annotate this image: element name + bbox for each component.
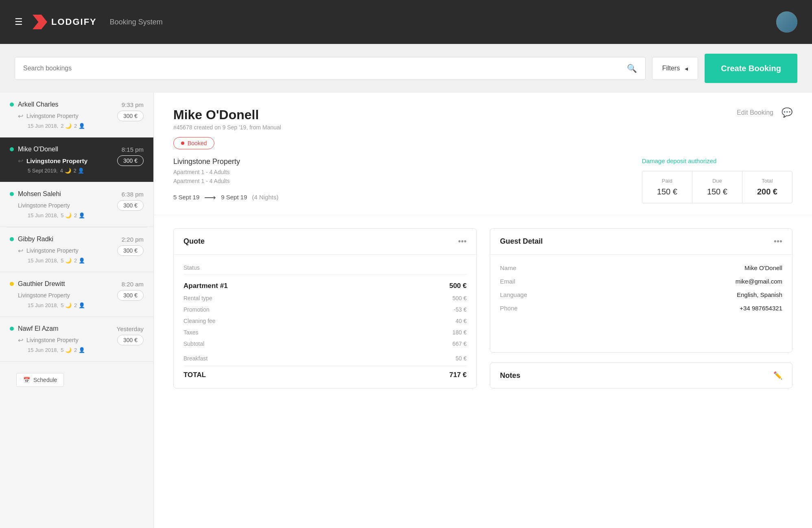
schedule-button[interactable]: 📅 Schedule <box>16 373 64 387</box>
payment-table: Paid 150 € Due 150 € Total 200 € <box>642 171 792 203</box>
status-badge-dot <box>181 142 184 145</box>
quote-subtotal-label: Subtotal <box>183 340 204 347</box>
schedule-icon: 📅 <box>23 377 30 383</box>
guest-more-icon[interactable]: ••• <box>774 237 782 246</box>
property-apt1: Apartment 1 - 4 Adults <box>173 168 278 177</box>
quote-total-row: TOTAL 717 € <box>183 366 467 382</box>
booking-item[interactable]: Nawf El Azam Yesterday ↩ Livingstone Pro… <box>0 317 153 362</box>
booking-time: Yesterday <box>117 325 144 332</box>
create-booking-button[interactable]: Create Booking <box>705 54 797 83</box>
logo: LODGIFY <box>33 15 97 29</box>
booking-details-row: ↩ Livingstone Property 300 € <box>10 155 144 166</box>
amount-badge: 300 € <box>117 200 144 211</box>
booking-time: 9:33 pm <box>122 101 144 108</box>
booking-meta-row: 5 Sept 2019, 4 🌙 2 👤 <box>10 168 144 174</box>
dates-section: 5 Sept 19 ⟶ 9 Sept 19 (4 Nights) <box>173 192 278 202</box>
quote-taxes-row: Taxes 180 € <box>183 327 467 338</box>
due-amount: 150 € <box>707 187 727 196</box>
arrow-icon: ⟶ <box>204 192 216 202</box>
quote-subtotal-row: Subtotal 667 € <box>183 338 467 349</box>
booking-item[interactable]: Gibby Radki 2:20 pm ↩ Livingstone Proper… <box>0 227 153 272</box>
property-name: Livingstone Property <box>18 292 70 299</box>
email-value: mike@gmail.com <box>736 278 782 285</box>
guest-email-row: Email mike@gmail.com <box>500 275 782 288</box>
guest-detail-card: Guest Detail ••• Name Mike O'Donell Emai… <box>490 228 792 353</box>
guest-name: Arkell Charles <box>18 101 59 108</box>
booking-time: 8:20 am <box>122 281 144 288</box>
booking-guests: 2 👤 <box>74 168 85 174</box>
search-box: 🔍 <box>15 57 646 80</box>
booking-list: Arkell Charles 9:33 pm ↩ Livingstone Pro… <box>0 93 154 528</box>
property-details: Livingstone Property Apartment 1 - 4 Adu… <box>173 157 278 202</box>
quote-taxes-amount: 180 € <box>452 329 467 336</box>
guest-name: Gibby Radki <box>18 236 53 243</box>
booking-guests: 2 👤 <box>74 212 85 218</box>
booking-title-block: Mike O'Donell #45678 created on 9 Sep '1… <box>173 107 281 131</box>
chat-icon[interactable]: 💬 <box>781 107 792 118</box>
edit-booking-link[interactable]: Edit Booking <box>737 109 773 116</box>
booking-time: 2:20 pm <box>122 236 144 243</box>
notes-card: Notes ✏️ <box>490 362 792 388</box>
search-input[interactable] <box>23 65 622 72</box>
guest-detail-title: Guest Detail <box>500 237 543 246</box>
notes-header: Notes ✏️ <box>490 363 792 388</box>
booking-item[interactable]: Arkell Charles 9:33 pm ↩ Livingstone Pro… <box>0 93 153 137</box>
quote-breakfast-row: Breakfast 50 € <box>183 353 467 364</box>
paid-amount: 150 € <box>657 187 677 196</box>
booking-item[interactable]: Mohsen Salehi 6:38 pm Livingstone Proper… <box>0 182 153 227</box>
quote-cleaning-row: Cleaning fee 40 € <box>183 315 467 327</box>
paid-cell: Paid 150 € <box>642 171 692 203</box>
booking-guests: 2 👤 <box>74 123 85 129</box>
user-avatar[interactable] <box>776 11 797 33</box>
guest-language-row: Language English, Spanish <box>500 288 782 301</box>
property-section: Livingstone Property Apartment 1 - 4 Adu… <box>173 157 792 203</box>
app-header: ☰ LODGIFY Booking System <box>0 0 812 44</box>
booking-details-row: Livingstone Property 300 € <box>10 200 144 211</box>
booking-date: 15 Jun 2018, <box>28 302 58 308</box>
property-name: Livingstone Property <box>18 202 70 209</box>
booking-item-active[interactable]: Mike O'Donell 8:15 pm ↩ Livingstone Prop… <box>0 137 153 182</box>
booking-nights: 5 🌙 <box>61 212 72 218</box>
property-apt2: Apartment 1 - 4 Adults <box>173 177 278 185</box>
booking-item[interactable]: Gauthier Drewitt 8:20 am Livingstone Pro… <box>0 272 153 317</box>
app-title: Booking System <box>110 18 163 26</box>
notes-edit-icon[interactable]: ✏️ <box>773 371 782 380</box>
quote-apt-amount: 500 € <box>449 282 467 290</box>
search-icon: 🔍 <box>627 63 637 73</box>
paid-label: Paid <box>657 178 677 184</box>
quote-status-row: Status <box>183 261 467 275</box>
booking-date: 15 Jun 2018, <box>28 347 58 353</box>
language-label: Language <box>500 291 527 298</box>
guest-name-row: Name Mike O'Donell <box>500 261 782 275</box>
guest-name: Mohsen Salehi <box>18 190 61 198</box>
quote-more-icon[interactable]: ••• <box>458 237 467 246</box>
quote-breakfast-label: Breakfast <box>183 355 207 362</box>
filters-button[interactable]: Filters ◂ <box>652 57 698 80</box>
booking-nights: 5 🌙 <box>61 257 72 264</box>
due-cell: Due 150 € <box>692 171 742 203</box>
total-label: Total <box>757 178 777 184</box>
reply-icon: ↩ <box>18 247 23 255</box>
hamburger-icon[interactable]: ☰ <box>15 17 23 27</box>
logo-text: LODGIFY <box>51 17 97 27</box>
total-cell: Total 200 € <box>742 171 792 203</box>
right-column: Guest Detail ••• Name Mike O'Donell Emai… <box>490 228 792 388</box>
property-name: Livingstone Property <box>26 113 79 119</box>
booking-header: Mike O'Donell #45678 created on 9 Sep '1… <box>154 93 812 215</box>
booking-nights: 5 🌙 <box>61 347 72 353</box>
quote-rental-row: Rental type 500 € <box>183 292 467 304</box>
booking-date: 15 Jun 2018, <box>28 212 58 218</box>
amount-badge: 300 € <box>117 155 144 166</box>
booking-details-row: ↩ Livingstone Property 300 € <box>10 335 144 345</box>
quote-status-label: Status <box>183 264 200 271</box>
guest-detail-body: Name Mike O'Donell Email mike@gmail.com … <box>490 255 792 321</box>
main-content: Mike O'Donell #45678 created on 9 Sep '1… <box>154 93 812 528</box>
quote-total-label: TOTAL <box>183 371 206 379</box>
booking-ref: #45678 created on 9 Sep '19, from Manual <box>173 124 281 131</box>
notes-title: Notes <box>500 371 520 380</box>
property-name: Livingstone Property <box>26 337 79 343</box>
damage-deposit-label: Damage deposit authorized <box>642 157 716 164</box>
booking-date: 15 Jun 2018, <box>28 123 58 129</box>
filter-chevron-icon: ◂ <box>685 65 688 72</box>
quote-rental-label: Rental type <box>183 295 212 301</box>
